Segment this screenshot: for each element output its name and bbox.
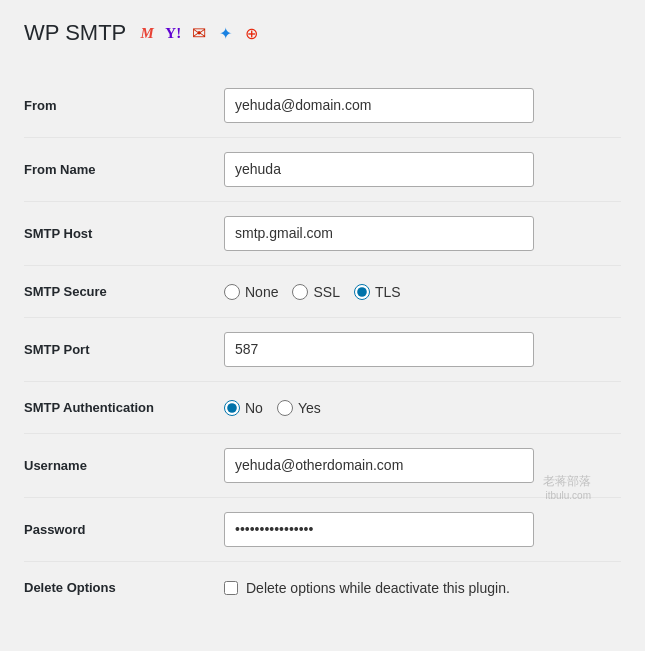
form-row-smtp-host: SMTP Host [24,202,621,266]
delete-options-checkbox[interactable] [224,581,238,595]
smtp-port-label: SMTP Port [24,318,224,382]
smtp-auth-no-radio[interactable] [224,400,240,416]
from-name-input[interactable] [224,152,534,187]
smtp-auth-no-option[interactable]: No [224,400,263,416]
delete-options-checkbox-label[interactable]: Delete options while deactivate this plu… [224,580,621,596]
service-icons: M Y! ✉ ✦ ⊕ [136,25,262,41]
form-row-password: Password 老蒋部落 itbulu.com [24,498,621,562]
smtp-secure-tls-radio[interactable] [354,284,370,300]
smtp-secure-tls-option[interactable]: TLS [354,284,401,300]
username-label: Username [24,434,224,498]
page-title: WP SMTP [24,20,126,46]
smtp-secure-ssl-radio[interactable] [292,284,308,300]
smtp-secure-options: None SSL TLS [224,284,621,300]
smtp-secure-ssl-option[interactable]: SSL [292,284,339,300]
gmail-icon: M [136,25,158,41]
form-row-smtp-secure: SMTP Secure None SSL TLS [24,266,621,318]
smtp-host-input[interactable] [224,216,534,251]
sendgrid-icon: ✦ [214,25,236,41]
from-input[interactable] [224,88,534,123]
from-name-label: From Name [24,138,224,202]
settings-form: From From Name SMTP Host [24,74,621,613]
mailgun-icon: ⊕ [240,25,262,41]
smtp-auth-label: SMTP Authentication [24,382,224,434]
page-header: WP SMTP M Y! ✉ ✦ ⊕ [24,20,621,46]
smtp-secure-label: SMTP Secure [24,266,224,318]
mail-envelope-icon: ✉ [188,25,210,41]
smtp-auth-yes-radio[interactable] [277,400,293,416]
smtp-secure-none-option[interactable]: None [224,284,278,300]
password-input[interactable] [224,512,534,547]
smtp-secure-none-radio[interactable] [224,284,240,300]
form-row-username: Username [24,434,621,498]
form-row-from: From [24,74,621,138]
form-row-from-name: From Name [24,138,621,202]
username-input[interactable] [224,448,534,483]
form-row-smtp-auth: SMTP Authentication No Yes [24,382,621,434]
smtp-host-label: SMTP Host [24,202,224,266]
smtp-auth-options: No Yes [224,400,621,416]
form-row-delete-options: Delete Options Delete options while deac… [24,562,621,614]
yahoo-icon: Y! [162,25,184,41]
form-row-smtp-port: SMTP Port [24,318,621,382]
watermark: 老蒋部落 itbulu.com [543,473,591,501]
smtp-auth-yes-option[interactable]: Yes [277,400,321,416]
smtp-port-input[interactable] [224,332,534,367]
password-label: Password [24,498,224,562]
delete-options-label: Delete Options [24,562,224,614]
from-label: From [24,74,224,138]
